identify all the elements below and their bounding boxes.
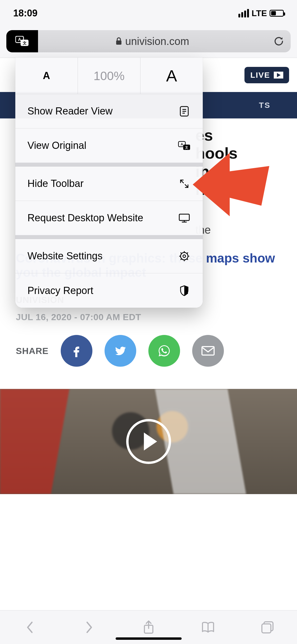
address-bar-container: A 文 univision.com (0, 26, 297, 58)
menu-separator (15, 163, 203, 167)
text-size-increase[interactable]: A (140, 58, 203, 94)
address-bar[interactable]: A 文 univision.com (6, 30, 291, 52)
play-small-icon (274, 72, 283, 79)
page-format-menu: A 100% A Show Reader View View Original … (15, 58, 203, 308)
address-bar-center[interactable]: univision.com (38, 35, 267, 47)
nav-partial-text: TS (259, 101, 271, 110)
forward-button[interactable] (76, 621, 102, 634)
home-indicator[interactable] (116, 637, 182, 640)
desktop-icon (178, 213, 191, 223)
live-label: LIVE (250, 71, 270, 80)
menu-separator-2 (15, 235, 203, 239)
share-label: SHARE (16, 346, 49, 356)
bookmarks-button[interactable] (195, 621, 221, 634)
video-hero[interactable] (0, 389, 297, 494)
menu-website-settings[interactable]: Website Settings (15, 239, 203, 273)
translate-icon: A 文 (15, 36, 29, 47)
menu-reader-view[interactable]: Show Reader View (15, 94, 203, 128)
live-badge[interactable]: LIVE (244, 67, 289, 83)
svg-line-26 (187, 252, 188, 254)
back-button[interactable] (17, 621, 43, 634)
expand-icon (178, 178, 191, 189)
cellular-signal-icon (238, 9, 249, 17)
svg-text:文: 文 (185, 146, 188, 149)
menu-request-desktop-label: Request Desktop Website (27, 212, 143, 224)
reload-button[interactable] (267, 36, 291, 47)
menu-view-original-label: View Original (27, 140, 86, 151)
book-icon (201, 621, 215, 634)
domain-text: univision.com (125, 35, 189, 47)
svg-line-23 (181, 252, 182, 254)
status-time: 18:09 (13, 8, 37, 19)
menu-website-settings-label: Website Settings (27, 250, 102, 262)
whatsapp-icon (157, 343, 172, 358)
menu-privacy-report[interactable]: Privacy Report (15, 273, 203, 308)
chevron-right-icon (84, 621, 94, 634)
svg-point-18 (183, 255, 186, 257)
text-size-row: A 100% A (15, 58, 203, 94)
battery-icon (270, 10, 284, 17)
shield-icon (178, 285, 191, 296)
share-icon (143, 620, 154, 635)
svg-rect-14 (179, 214, 189, 220)
network-label: LTE (252, 8, 267, 18)
svg-line-24 (187, 259, 188, 260)
video-play-button[interactable] (126, 419, 171, 464)
svg-rect-4 (116, 40, 121, 45)
svg-text:A: A (181, 142, 183, 146)
page-format-button[interactable]: A 文 (6, 30, 38, 52)
menu-reader-view-label: Show Reader View (27, 105, 112, 117)
twitter-icon (113, 343, 128, 358)
translate-menu-icon: A文 (178, 141, 191, 150)
text-size-value[interactable]: 100% (78, 58, 140, 94)
menu-hide-toolbar[interactable]: Hide Toolbar (15, 167, 203, 201)
share-facebook-button[interactable] (61, 335, 92, 367)
lock-icon (116, 37, 122, 45)
tabs-button[interactable] (254, 621, 281, 634)
gear-icon (178, 251, 191, 262)
menu-hide-toolbar-label: Hide Toolbar (27, 178, 84, 189)
menu-privacy-report-label: Privacy Report (27, 285, 93, 296)
menu-request-desktop[interactable]: Request Desktop Website (15, 201, 203, 235)
email-icon (200, 345, 216, 357)
share-whatsapp-button[interactable] (148, 335, 180, 367)
reader-icon (178, 106, 191, 117)
article-dateline: JUL 16, 2020 - 07:00 AM EDT (16, 312, 281, 322)
status-right: LTE (238, 8, 284, 18)
status-bar: 18:09 LTE (0, 0, 297, 26)
share-row: SHARE (16, 335, 281, 367)
svg-rect-5 (202, 347, 214, 355)
chevron-left-icon (25, 621, 35, 634)
share-email-button[interactable] (192, 335, 224, 367)
page-content: LIVE TS es hools in he the Coronavirus i… (0, 58, 297, 610)
svg-point-17 (181, 252, 188, 260)
tabs-icon (261, 621, 274, 634)
text-size-decrease[interactable]: A (15, 58, 78, 94)
menu-view-original[interactable]: View Original A文 (15, 128, 203, 163)
share-twitter-button[interactable] (105, 335, 136, 367)
svg-text:文: 文 (22, 41, 27, 45)
svg-rect-32 (262, 624, 271, 633)
facebook-icon (70, 344, 83, 357)
reload-icon (273, 36, 284, 47)
svg-line-25 (181, 259, 182, 260)
share-button[interactable] (135, 620, 162, 635)
